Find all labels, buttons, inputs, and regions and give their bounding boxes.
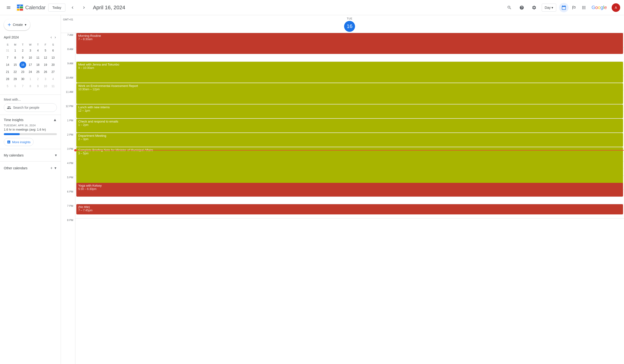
time-slot-10am: 10 AM <box>61 76 75 90</box>
hour-line <box>75 218 624 218</box>
mini-day[interactable]: 26 <box>42 69 49 75</box>
mini-day[interactable]: 23 <box>20 69 26 75</box>
add-other-calendar-button[interactable]: + <box>50 165 53 171</box>
top-header: 16 Calendar Today April 16, 2024 Day ▾ <box>0 0 624 15</box>
mini-day[interactable]: 11 <box>34 54 41 61</box>
insights-bar-fill <box>4 133 20 135</box>
event-yoga[interactable]: Yoga with Kelsey 5:30 – 6:30pm <box>76 183 623 197</box>
event-time: 7 – 7:45pm <box>78 209 621 212</box>
mini-calendar: April 2024 ‹ › S M T W T F S 3 <box>0 34 61 93</box>
mini-cal-next[interactable]: › <box>54 34 57 40</box>
mini-day[interactable]: 20 <box>50 62 56 68</box>
mini-day[interactable]: 10 <box>42 83 49 90</box>
mini-cal-dow: S M T W T F S <box>4 42 57 47</box>
event-no-title[interactable]: (No title) 7 – 7:45pm <box>76 204 623 214</box>
event-meet-jenna[interactable]: Meet with Jenna and Tokunbo 9 – 10:30am <box>76 62 623 83</box>
next-nav-button[interactable] <box>80 3 88 12</box>
more-insights-button[interactable]: More insights <box>4 138 33 146</box>
mini-day[interactable]: 29 <box>12 76 19 82</box>
time-slot-11am: 11 AM <box>61 90 75 104</box>
mini-day[interactable]: 9 <box>34 83 41 90</box>
mini-day[interactable]: 27 <box>50 69 56 75</box>
help-button[interactable] <box>517 3 526 12</box>
time-slot-1pm: 1 PM <box>61 118 75 133</box>
mini-day[interactable]: 3 <box>27 47 33 54</box>
mini-day[interactable]: 5 <box>42 47 49 54</box>
event-dept-meeting[interactable]: Department Meeting 2 – 3pm <box>76 133 623 147</box>
today-button[interactable]: Today <box>48 3 65 12</box>
mini-day[interactable]: 15 <box>12 62 19 68</box>
mini-day[interactable]: 8 <box>12 54 19 61</box>
event-morning-routine[interactable]: Morning Routine 7 – 8:30am <box>76 33 623 54</box>
other-calendars-header[interactable]: Other calendars + ▾ <box>4 163 57 173</box>
my-calendars-title: My calendars <box>4 153 24 157</box>
mini-day[interactable]: 18 <box>34 62 41 68</box>
gmt-label: GMT+01 <box>61 17 75 21</box>
app-logo[interactable]: 16 Calendar <box>16 4 45 11</box>
mini-day[interactable]: 7 <box>20 83 26 90</box>
view-selector-button[interactable]: Day ▾ <box>542 3 556 12</box>
mini-day[interactable]: 9 <box>20 54 26 61</box>
mini-day[interactable]: 19 <box>42 62 49 68</box>
tasks-view-toggle[interactable] <box>569 3 579 12</box>
time-insights-header[interactable]: Time Insights ▲ <box>4 118 57 122</box>
mini-day[interactable]: 24 <box>27 69 33 75</box>
other-calendars-title: Other calendars <box>4 166 27 170</box>
create-button[interactable]: + Create ▾ <box>4 19 30 30</box>
user-avatar[interactable]: A <box>612 3 620 12</box>
event-title: Check and respond to emails <box>78 120 621 123</box>
my-calendars-section: My calendars ▾ <box>0 150 61 160</box>
mini-day[interactable]: 4 <box>34 47 41 54</box>
mini-day[interactable]: 14 <box>4 62 11 68</box>
mini-day[interactable]: 8 <box>27 83 33 90</box>
mini-day[interactable]: 31 <box>4 47 11 54</box>
event-env-report[interactable]: Work on Environmental Assessment Report … <box>76 83 623 104</box>
settings-button[interactable] <box>529 3 539 12</box>
mini-day[interactable]: 25 <box>34 69 41 75</box>
other-calendars-icons: + ▾ <box>50 165 57 171</box>
mini-day[interactable]: 1 <box>12 47 19 54</box>
event-title: Meet with Jenna and Tokunbo <box>78 63 621 66</box>
mini-day[interactable]: 11 <box>50 83 56 90</box>
mini-day[interactable]: 21 <box>4 69 11 75</box>
mini-cal-grid: S M T W T F S 31 1 2 3 4 5 6 <box>4 42 57 90</box>
search-button[interactable] <box>505 3 514 12</box>
app-name-label: Calendar <box>25 4 45 11</box>
svg-rect-5 <box>20 9 23 10</box>
mini-day[interactable]: 12 <box>42 54 49 61</box>
mini-day[interactable]: 22 <box>12 69 19 75</box>
mini-day[interactable]: 4 <box>50 76 56 82</box>
time-slot-6pm: 6 PM <box>61 190 75 204</box>
mini-day[interactable]: 2 <box>34 76 41 82</box>
mini-cal-prev[interactable]: ‹ <box>50 34 52 40</box>
time-slot-3pm: 3 PM <box>61 147 75 161</box>
event-lunch-interns[interactable]: Lunch with new interns 12 – 1pm <box>76 104 623 118</box>
menu-button[interactable] <box>4 3 13 12</box>
other-calendars-chevron-btn[interactable]: ▾ <box>54 165 57 171</box>
mini-day[interactable]: 7 <box>4 54 11 61</box>
mini-day[interactable]: 6 <box>12 83 19 90</box>
mini-day[interactable]: 28 <box>4 76 11 82</box>
mini-day[interactable]: 2 <box>20 47 26 54</box>
time-slot-8am: 8 AM <box>61 47 75 62</box>
mini-day[interactable]: 6 <box>50 47 56 54</box>
mini-day[interactable]: 3 <box>42 76 49 82</box>
prev-nav-button[interactable] <box>68 3 77 12</box>
event-time: 9 – 10:30am <box>78 66 621 69</box>
mini-day[interactable]: 30 <box>20 76 26 82</box>
calendar-view-toggle[interactable] <box>559 3 569 12</box>
mini-day[interactable]: 10 <box>27 54 33 61</box>
mini-cal-days: 31 1 2 3 4 5 6 7 8 9 10 11 12 13 14 <box>4 47 57 90</box>
search-people-input[interactable]: Search for people <box>4 103 57 112</box>
apps-grid-button[interactable] <box>579 3 589 12</box>
my-calendars-header[interactable]: My calendars ▾ <box>4 151 57 159</box>
mini-day[interactable]: 13 <box>50 54 56 61</box>
event-check-emails[interactable]: Check and respond to emails 1 – 2pm <box>76 119 623 133</box>
mini-day-today[interactable]: 16 <box>20 62 26 68</box>
day-header: GMT+01 TUE 16 <box>61 15 624 33</box>
day-number[interactable]: 16 <box>344 21 355 32</box>
mini-day[interactable]: 17 <box>27 62 33 68</box>
svg-text:16: 16 <box>19 4 21 6</box>
mini-day[interactable]: 5 <box>4 83 11 90</box>
mini-day[interactable]: 1 <box>27 76 33 82</box>
